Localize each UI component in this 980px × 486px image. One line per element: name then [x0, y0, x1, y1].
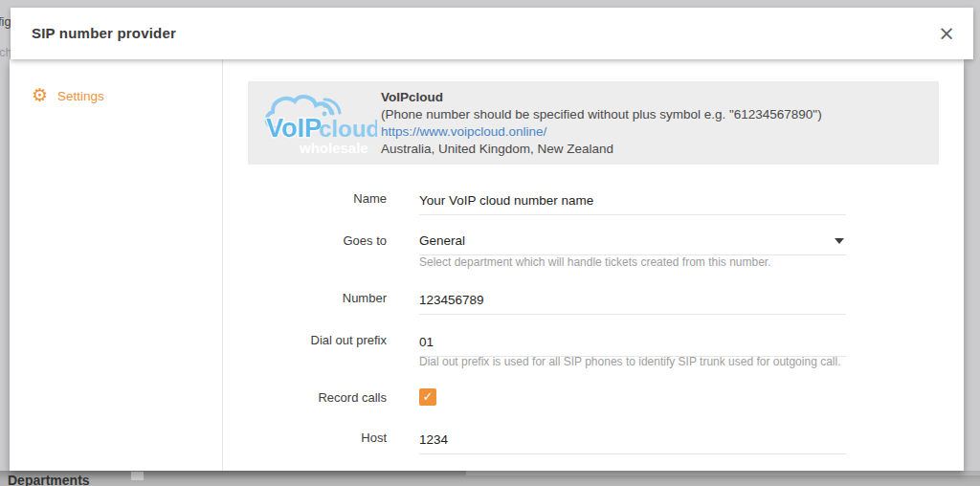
record-calls-checkbox[interactable]: ✓ — [419, 388, 436, 406]
host-label: Host — [224, 431, 387, 445]
svg-text:cloud: cloud — [319, 116, 377, 142]
provider-countries: Australia, United Kingdom, New Zealand — [381, 141, 926, 158]
goes-to-helper: Select department which will handle tick… — [419, 255, 917, 269]
record-calls-label: Record calls — [224, 390, 387, 405]
name-input[interactable] — [419, 193, 846, 215]
provider-note: (Phone number should be specified withou… — [381, 106, 926, 123]
background-departments-label: Departments — [8, 473, 90, 486]
svg-text:VoIP: VoIP — [266, 114, 322, 143]
sidebar-item-settings[interactable]: ⚙ Settings — [10, 77, 222, 115]
number-input[interactable] — [419, 293, 846, 315]
dialog-title: SIP number provider — [32, 8, 176, 59]
background-text-fragment: fig — [0, 14, 11, 29]
provider-link[interactable]: https://www.voipcloud.online/ — [381, 124, 546, 139]
check-icon: ✓ — [423, 389, 434, 404]
gear-icon: ⚙ — [32, 86, 48, 104]
goes-to-value: General — [419, 233, 465, 248]
host-input[interactable] — [419, 432, 846, 454]
chevron-down-icon — [835, 238, 844, 244]
svg-text:wholesale: wholesale — [299, 140, 368, 156]
provider-info-card: VoIP cloud wholesale VoIPcloud (Phone nu… — [248, 81, 939, 165]
goes-to-label: Goes to — [224, 233, 387, 248]
dial-out-prefix-input[interactable] — [419, 335, 846, 357]
provider-name: VoIPcloud — [381, 89, 926, 106]
voipcloud-logo: VoIP cloud wholesale — [257, 88, 377, 159]
dial-out-prefix-label: Dial out prefix — [224, 333, 387, 347]
background-box — [131, 472, 144, 480]
sidebar-divider — [222, 59, 223, 471]
sidebar-item-label: Settings — [57, 89, 104, 103]
dial-out-prefix-helper: Dial out prefix is used for all SIP phon… — [419, 355, 917, 368]
dialog-header: SIP number provider × — [11, 8, 973, 59]
name-label: Name — [224, 191, 387, 206]
goes-to-select[interactable]: General — [419, 233, 846, 255]
number-label: Number — [224, 291, 387, 305]
close-icon[interactable]: × — [934, 21, 959, 46]
background-bar — [466, 471, 980, 475]
dialog-body: ⚙ Settings VoIP cloud wholesale VoIPclou… — [10, 59, 964, 471]
